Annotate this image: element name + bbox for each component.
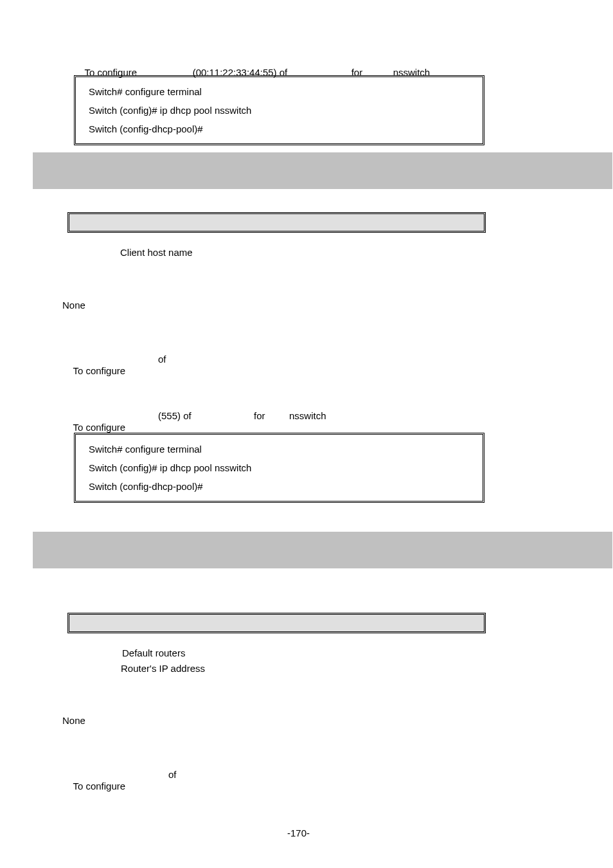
usage-line-of-2: of [168, 769, 179, 781]
page-number: -170- [287, 827, 310, 838]
example-line-num: (555) of [158, 410, 194, 422]
syntax-box-clientname [67, 212, 486, 233]
example-line-pool: nsswitch [289, 410, 326, 422]
default-clientname: None [62, 300, 85, 311]
example-code-box: Switch# configure terminal Switch (confi… [74, 433, 484, 503]
section-header-clientname [33, 152, 612, 189]
default-defaultrouter: None [62, 715, 85, 727]
code-line: Switch# configure terminal [89, 86, 470, 97]
code-line: Switch (config)# ip dhcp pool nsswitch [89, 462, 470, 473]
section-header-defaultrouter [33, 532, 612, 568]
page-root: To configure (00:11:22:33:44:55) of for … [0, 0, 613, 868]
param-desc-clientname: Client host name [120, 247, 193, 258]
code-line: Switch (config)# ip dhcp pool nsswitch [89, 105, 470, 116]
usage-line-defaultrouter: To configure [62, 769, 128, 804]
syntax-box-defaultrouter [67, 613, 486, 633]
code-line: Switch# configure terminal [89, 444, 470, 455]
top-code-box: Switch# configure terminal Switch (confi… [74, 75, 484, 145]
code-line: Switch (config-dhcp-pool)# [89, 481, 470, 492]
code-line: Switch (config-dhcp-pool)# [89, 123, 470, 134]
usage-line-of: of [158, 354, 169, 365]
usage-line-clientname: To configure [62, 354, 128, 388]
param-desc-routerip: Router's IP address [121, 663, 205, 674]
param-desc-defaultrouters: Default routers [122, 647, 185, 659]
example-line-for: for [254, 410, 268, 422]
